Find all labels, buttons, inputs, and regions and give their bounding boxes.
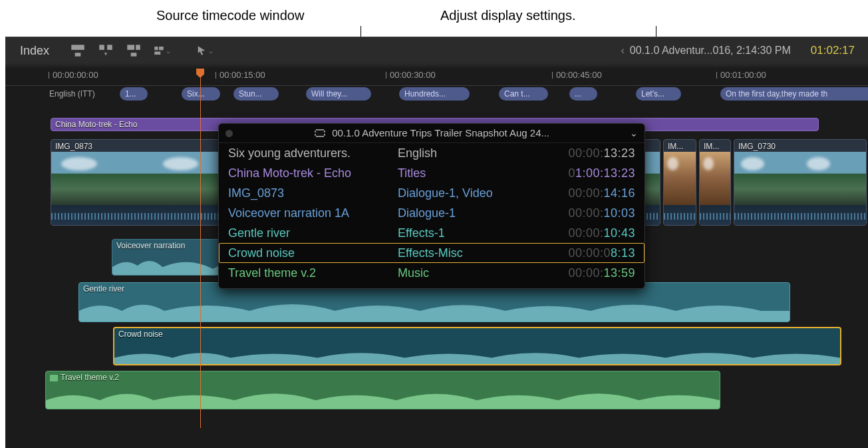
- waveform: [114, 340, 840, 364]
- video-clip[interactable]: IM...: [699, 139, 731, 226]
- tc-row-role: Dialogue-1: [398, 206, 535, 220]
- tc-window-title: 00.1.0 Adventure Trips Trailer Snapshot …: [239, 127, 625, 140]
- svg-rect-7: [154, 47, 158, 50]
- tc-row-time: 00:00:14:16: [535, 186, 635, 200]
- caption-clip[interactable]: ...: [569, 87, 597, 101]
- playhead[interactable]: [200, 69, 201, 428]
- index-button[interactable]: Index: [5, 44, 64, 58]
- caption-clip[interactable]: Stun...: [233, 87, 279, 101]
- svg-rect-0: [71, 45, 84, 50]
- tc-row[interactable]: Travel theme v.2Music00:00:13:59: [219, 263, 645, 283]
- tc-row-role: Effects-Misc: [398, 246, 535, 260]
- video-clip[interactable]: IMG_0730: [734, 139, 867, 226]
- connect-clip-icon[interactable]: [69, 42, 86, 59]
- video-clip-label: IM...: [668, 142, 683, 151]
- music-role-icon: [50, 375, 58, 381]
- callout-source-tc: Source timecode window: [156, 8, 304, 23]
- svg-rect-8: [159, 47, 164, 50]
- timeline[interactable]: 00:00:00:0000:00:15:0000:00:30:0000:00:4…: [5, 63, 868, 448]
- svg-rect-1: [75, 53, 81, 56]
- crowd-noise-clip-label: Crowd noise: [118, 330, 163, 339]
- overwrite-clip-icon[interactable]: ⌵: [153, 42, 170, 59]
- svg-rect-4: [127, 45, 134, 50]
- tc-row-role: Music: [398, 266, 535, 280]
- voiceover-clip-label: Voiceover narration: [116, 241, 185, 250]
- svg-rect-11: [316, 130, 324, 136]
- caption-clip[interactable]: Let's...: [636, 87, 681, 101]
- svg-rect-12: [315, 129, 316, 130]
- waveform: [664, 205, 696, 225]
- svg-rect-2: [99, 45, 104, 50]
- svg-rect-14: [315, 136, 316, 137]
- crowd-noise-clip[interactable]: Crowd noise: [113, 327, 841, 365]
- ruler-mark: 00:01:00:00: [720, 70, 766, 80]
- svg-rect-3: [107, 45, 112, 50]
- video-clip-label: IMG_0873: [55, 142, 92, 151]
- project-title: 00.1.0 Adventur...016, 2:14:30 PM: [630, 45, 791, 57]
- tc-row-name: Travel theme v.2: [228, 266, 398, 280]
- tc-row-time: 00:00:10:03: [535, 206, 635, 220]
- display-settings-chevron-icon[interactable]: ⌄: [630, 128, 638, 138]
- tc-row-time: 01:00:13:23: [535, 166, 635, 180]
- close-dot-icon[interactable]: [225, 130, 233, 137]
- thumbnails: [700, 152, 730, 205]
- time-ruler[interactable]: 00:00:00:0000:00:15:0000:00:30:0000:00:4…: [5, 69, 868, 86]
- travel-theme-clip[interactable]: Travel theme v.2: [45, 371, 720, 409]
- tc-row-name: China Moto-trek - Echo: [228, 166, 398, 180]
- tc-row-role: English: [398, 146, 535, 160]
- caption-clip[interactable]: Can t...: [499, 87, 548, 101]
- video-clip[interactable]: IM...: [663, 139, 696, 226]
- tc-row[interactable]: Gentle riverEffects-100:00:10:43: [219, 223, 645, 243]
- caption-track-label: English (ITT): [49, 89, 95, 99]
- waveform: [734, 205, 866, 225]
- tc-row-name: Gentle river: [228, 226, 398, 240]
- svg-rect-6: [131, 53, 137, 56]
- caption-clip[interactable]: 1...: [120, 87, 148, 101]
- thumbnails: [734, 152, 866, 205]
- select-tool-icon[interactable]: ⌵: [196, 42, 213, 59]
- tc-row[interactable]: IMG_0873Dialogue-1, Video00:00:14:16: [219, 183, 645, 203]
- tc-row[interactable]: China Moto-trek - EchoTitles01:00:13:23: [219, 163, 645, 183]
- tc-row-name: Voiceover narration 1A: [228, 206, 398, 220]
- waveform: [79, 295, 790, 322]
- tc-row-name: Six young adventurers.: [228, 146, 398, 160]
- tc-row[interactable]: Six young adventurers.English00:00:13:23: [219, 143, 645, 163]
- tc-window-header[interactable]: 00.1.0 Adventure Trips Trailer Snapshot …: [219, 124, 645, 143]
- video-clip-label: IMG_0730: [738, 142, 776, 151]
- project-back-icon[interactable]: ‹: [621, 45, 625, 57]
- ruler-mark: 00:00:30:00: [390, 70, 436, 80]
- tc-row-role: Titles: [398, 166, 535, 180]
- svg-rect-15: [324, 129, 325, 130]
- tc-row-role: Dialogue-1, Video: [398, 186, 535, 200]
- tc-rows: Six young adventurers.English00:00:13:23…: [219, 143, 645, 283]
- caption-clip[interactable]: Hundreds...: [399, 87, 470, 101]
- project-navigator[interactable]: ‹ 00.1.0 Adventur...016, 2:14:30 PM 01:0…: [621, 44, 868, 57]
- video-clip-label: IM...: [704, 142, 719, 151]
- filmstrip-icon: [315, 128, 325, 139]
- tc-row-time: 00:00:08:13: [535, 246, 635, 260]
- caption-clip[interactable]: Six...: [182, 87, 220, 101]
- waveform: [700, 205, 730, 225]
- ruler-mark: 00:00:45:00: [556, 70, 602, 80]
- tc-row-role: Effects-1: [398, 226, 535, 240]
- svg-rect-9: [154, 52, 160, 55]
- ruler-mark: 00:00:15:00: [219, 70, 265, 80]
- tc-row[interactable]: Crowd noiseEffects-Misc00:00:08:13: [219, 243, 645, 263]
- svg-rect-13: [315, 132, 316, 134]
- ruler-mark: 00:00:00:00: [53, 70, 98, 80]
- waveform: [46, 383, 720, 409]
- source-timecode-window[interactable]: 00.1.0 Adventure Trips Trailer Snapshot …: [218, 123, 645, 289]
- gentle-river-clip-label: Gentle river: [83, 284, 124, 294]
- svg-rect-16: [324, 132, 325, 134]
- caption-clip[interactable]: Will they...: [306, 87, 371, 101]
- append-clip-icon[interactable]: [125, 42, 142, 59]
- tc-row-name: IMG_0873: [228, 186, 398, 200]
- master-timecode: 01:02:17: [811, 44, 855, 57]
- tc-row-time: 00:00:13:23: [535, 146, 635, 160]
- tc-row[interactable]: Voiceover narration 1ADialogue-100:00:10…: [219, 203, 645, 223]
- tc-row-time: 00:00:10:43: [535, 226, 635, 240]
- caption-clip[interactable]: On the first day,they made th: [720, 87, 868, 101]
- thumbnails: [664, 152, 696, 205]
- insert-clip-icon[interactable]: [97, 42, 114, 59]
- timeline-toolbar: Index ⌵ ⌵ ‹ 00.1.0 Adventur...016, 2:14:…: [5, 37, 868, 65]
